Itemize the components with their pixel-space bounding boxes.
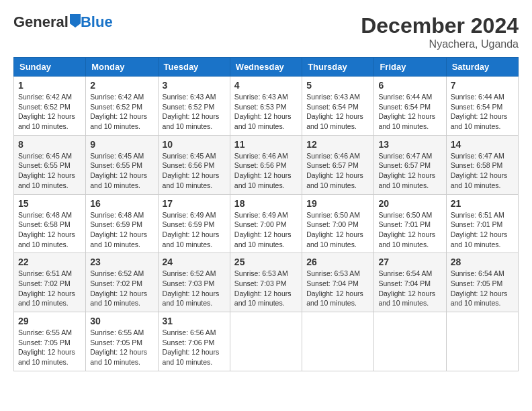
day-number: 23 <box>90 257 153 267</box>
logo: General Blue <box>13 13 113 31</box>
day-number: 9 <box>90 139 153 150</box>
day-number: 22 <box>18 257 81 267</box>
day-cell: 21 Sunrise: 6:51 AM Sunset: 7:01 PM Dayl… <box>446 194 518 253</box>
day-info: Sunrise: 6:55 AM Sunset: 7:05 PM Dayligh… <box>18 328 81 367</box>
day-cell: 13 Sunrise: 6:47 AM Sunset: 6:57 PM Dayl… <box>374 135 446 194</box>
week-row-1: 1 Sunrise: 6:42 AM Sunset: 6:52 PM Dayli… <box>14 77 519 136</box>
day-number: 7 <box>451 80 514 91</box>
day-number: 12 <box>306 139 369 150</box>
day-number: 5 <box>306 80 369 91</box>
calendar-table: SundayMondayTuesdayWednesdayThursdayFrid… <box>13 57 519 371</box>
day-info: Sunrise: 6:45 AM Sunset: 6:56 PM Dayligh… <box>163 151 226 191</box>
calendar-header-row: SundayMondayTuesdayWednesdayThursdayFrid… <box>14 58 519 77</box>
day-number: 31 <box>163 316 226 326</box>
day-info: Sunrise: 6:51 AM Sunset: 7:02 PM Dayligh… <box>18 269 81 308</box>
day-number: 15 <box>18 198 81 209</box>
day-info: Sunrise: 6:53 AM Sunset: 7:04 PM Dayligh… <box>306 269 369 308</box>
week-row-4: 22 Sunrise: 6:51 AM Sunset: 7:02 PM Dayl… <box>14 253 519 312</box>
day-cell: 15 Sunrise: 6:48 AM Sunset: 6:58 PM Dayl… <box>14 194 86 253</box>
column-header-tuesday: Tuesday <box>158 58 230 77</box>
day-number: 10 <box>163 139 226 150</box>
column-header-thursday: Thursday <box>302 58 374 77</box>
day-info: Sunrise: 6:48 AM Sunset: 6:59 PM Dayligh… <box>90 210 153 250</box>
day-cell: 26 Sunrise: 6:53 AM Sunset: 7:04 PM Dayl… <box>302 253 374 312</box>
day-cell: 10 Sunrise: 6:45 AM Sunset: 6:56 PM Dayl… <box>158 135 230 194</box>
day-info: Sunrise: 6:47 AM Sunset: 6:58 PM Dayligh… <box>451 151 514 191</box>
day-number: 13 <box>378 139 441 150</box>
day-number: 1 <box>18 80 81 91</box>
day-number: 17 <box>163 198 226 209</box>
day-info: Sunrise: 6:45 AM Sunset: 6:55 PM Dayligh… <box>90 151 153 191</box>
day-cell: 23 Sunrise: 6:52 AM Sunset: 7:02 PM Dayl… <box>86 253 158 312</box>
column-header-friday: Friday <box>374 58 446 77</box>
day-cell: 3 Sunrise: 6:43 AM Sunset: 6:52 PM Dayli… <box>158 77 230 136</box>
day-info: Sunrise: 6:56 AM Sunset: 7:06 PM Dayligh… <box>163 328 226 367</box>
location: Nyachera, Uganda <box>361 38 519 50</box>
day-number: 21 <box>451 198 514 209</box>
day-info: Sunrise: 6:50 AM Sunset: 7:00 PM Dayligh… <box>306 210 369 250</box>
day-number: 27 <box>378 257 441 267</box>
day-number: 14 <box>451 139 514 150</box>
day-number: 2 <box>90 80 153 91</box>
day-cell: 20 Sunrise: 6:50 AM Sunset: 7:01 PM Dayl… <box>374 194 446 253</box>
day-number: 24 <box>163 257 226 267</box>
day-number: 8 <box>18 139 81 150</box>
day-number: 25 <box>234 257 298 267</box>
day-cell: 29 Sunrise: 6:55 AM Sunset: 7:05 PM Dayl… <box>14 312 86 371</box>
day-number: 3 <box>163 80 226 91</box>
day-info: Sunrise: 6:50 AM Sunset: 7:01 PM Dayligh… <box>378 210 441 250</box>
day-cell: 24 Sunrise: 6:52 AM Sunset: 7:03 PM Dayl… <box>158 253 230 312</box>
day-number: 28 <box>451 257 514 267</box>
day-cell: 27 Sunrise: 6:54 AM Sunset: 7:04 PM Dayl… <box>374 253 446 312</box>
day-info: Sunrise: 6:43 AM Sunset: 6:52 PM Dayligh… <box>163 92 226 132</box>
day-cell: 8 Sunrise: 6:45 AM Sunset: 6:55 PM Dayli… <box>14 135 86 194</box>
day-info: Sunrise: 6:55 AM Sunset: 7:05 PM Dayligh… <box>90 328 153 367</box>
day-number: 20 <box>378 198 441 209</box>
day-info: Sunrise: 6:47 AM Sunset: 6:57 PM Dayligh… <box>378 151 441 191</box>
logo-blue: Blue <box>81 13 113 31</box>
day-info: Sunrise: 6:46 AM Sunset: 6:57 PM Dayligh… <box>306 151 369 191</box>
day-cell <box>446 312 518 371</box>
day-info: Sunrise: 6:48 AM Sunset: 6:58 PM Dayligh… <box>18 210 81 250</box>
day-number: 11 <box>234 139 298 150</box>
day-info: Sunrise: 6:45 AM Sunset: 6:55 PM Dayligh… <box>18 151 81 191</box>
day-cell: 14 Sunrise: 6:47 AM Sunset: 6:58 PM Dayl… <box>446 135 518 194</box>
day-info: Sunrise: 6:49 AM Sunset: 6:59 PM Dayligh… <box>163 210 226 250</box>
day-cell: 5 Sunrise: 6:43 AM Sunset: 6:54 PM Dayli… <box>302 77 374 136</box>
day-cell: 28 Sunrise: 6:54 AM Sunset: 7:05 PM Dayl… <box>446 253 518 312</box>
day-info: Sunrise: 6:44 AM Sunset: 6:54 PM Dayligh… <box>378 92 441 132</box>
day-number: 30 <box>90 316 153 326</box>
logo-general: General <box>13 13 69 31</box>
day-number: 19 <box>306 198 369 209</box>
month-title: December 2024 <box>361 13 519 38</box>
svg-marker-0 <box>70 14 81 28</box>
day-number: 4 <box>234 80 298 91</box>
week-row-3: 15 Sunrise: 6:48 AM Sunset: 6:58 PM Dayl… <box>14 194 519 253</box>
day-info: Sunrise: 6:46 AM Sunset: 6:56 PM Dayligh… <box>234 151 298 191</box>
column-header-saturday: Saturday <box>446 58 518 77</box>
day-cell: 16 Sunrise: 6:48 AM Sunset: 6:59 PM Dayl… <box>86 194 158 253</box>
day-info: Sunrise: 6:43 AM Sunset: 6:53 PM Dayligh… <box>234 92 298 132</box>
week-row-2: 8 Sunrise: 6:45 AM Sunset: 6:55 PM Dayli… <box>14 135 519 194</box>
day-cell: 17 Sunrise: 6:49 AM Sunset: 6:59 PM Dayl… <box>158 194 230 253</box>
day-cell: 1 Sunrise: 6:42 AM Sunset: 6:52 PM Dayli… <box>14 77 86 136</box>
column-header-monday: Monday <box>86 58 158 77</box>
day-info: Sunrise: 6:52 AM Sunset: 7:03 PM Dayligh… <box>163 269 226 308</box>
page-header: General Blue December 2024 Nyachera, Uga… <box>13 13 519 50</box>
day-number: 18 <box>234 198 298 209</box>
day-cell: 4 Sunrise: 6:43 AM Sunset: 6:53 PM Dayli… <box>230 77 302 136</box>
day-cell: 7 Sunrise: 6:44 AM Sunset: 6:54 PM Dayli… <box>446 77 518 136</box>
day-cell: 12 Sunrise: 6:46 AM Sunset: 6:57 PM Dayl… <box>302 135 374 194</box>
day-info: Sunrise: 6:53 AM Sunset: 7:03 PM Dayligh… <box>234 269 298 308</box>
week-row-5: 29 Sunrise: 6:55 AM Sunset: 7:05 PM Dayl… <box>14 312 519 371</box>
day-info: Sunrise: 6:54 AM Sunset: 7:04 PM Dayligh… <box>378 269 441 308</box>
day-cell <box>374 312 446 371</box>
day-number: 6 <box>378 80 441 91</box>
title-section: December 2024 Nyachera, Uganda <box>361 13 519 50</box>
day-cell: 2 Sunrise: 6:42 AM Sunset: 6:52 PM Dayli… <box>86 77 158 136</box>
column-header-sunday: Sunday <box>14 58 86 77</box>
day-info: Sunrise: 6:52 AM Sunset: 7:02 PM Dayligh… <box>90 269 153 308</box>
logo-icon <box>70 14 81 28</box>
day-info: Sunrise: 6:42 AM Sunset: 6:52 PM Dayligh… <box>18 92 81 132</box>
day-cell: 22 Sunrise: 6:51 AM Sunset: 7:02 PM Dayl… <box>14 253 86 312</box>
